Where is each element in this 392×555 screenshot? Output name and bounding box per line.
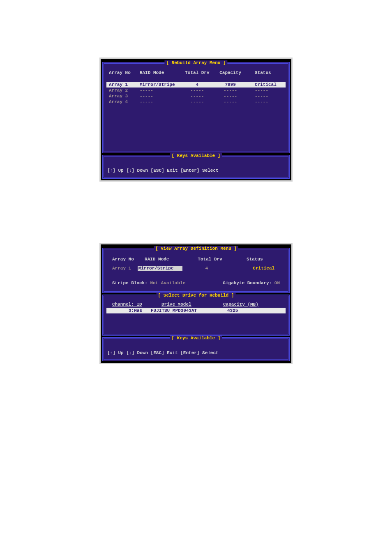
cell-arrayno: Array 2 bbox=[109, 88, 140, 93]
cell-arrayno: Array 1 bbox=[112, 266, 138, 271]
keys-panel: [ Keys Available ] [↑] Up [↓] Down [ESC]… bbox=[102, 155, 290, 179]
keys-line: [↑] Up [↓] Down [ESC] Exit [Enter] Selec… bbox=[107, 168, 285, 173]
panel-title: [ Rebuild Array Menu ] bbox=[164, 60, 227, 65]
header-totaldrv: Total Drv bbox=[188, 257, 232, 262]
gb-boundary-value: ON bbox=[274, 281, 280, 286]
cell-totaldrv: ----- bbox=[180, 94, 214, 99]
cell-capacity: ----- bbox=[214, 99, 247, 104]
cell-totaldrv: ----- bbox=[180, 88, 214, 93]
header-capacity: Capacity (MB) bbox=[223, 302, 272, 307]
keys-line: [↑] Up [↓] Down [ESC] Exit [Enter] Selec… bbox=[107, 350, 285, 355]
cell-raid: ----- bbox=[140, 88, 180, 93]
cell-capacity: ----- bbox=[214, 94, 247, 99]
cell-raid: ----- bbox=[140, 99, 180, 104]
cell-arrayno: Array 1 bbox=[109, 82, 140, 87]
header-raid: RAID Mode bbox=[145, 257, 188, 262]
header-model: Drive Model bbox=[161, 302, 223, 307]
array-row-3[interactable]: Array 3 ----- ----- ----- ----- bbox=[106, 93, 286, 99]
panel-title: [ View Array Definition Menu ] bbox=[154, 246, 238, 251]
stripe-label: Stripe Block: bbox=[112, 281, 148, 286]
info-header: Array No RAID Mode Total Drv Status bbox=[106, 251, 286, 264]
drive-row[interactable]: 3:Mas FUJITSU MPD3043AT 4325 bbox=[106, 308, 286, 313]
cell-raid: Mirror/Stripe bbox=[138, 266, 182, 271]
cell-arrayno: Array 3 bbox=[109, 94, 140, 99]
select-drive-panel: [ Select Drive for Rebuild ] Channel: ID… bbox=[102, 295, 290, 336]
panel-subtitle: [ Select Drive for Rebuild ] bbox=[157, 293, 236, 298]
header-status: Status bbox=[247, 70, 283, 75]
cell-model: FUJITSU MPD3043AT bbox=[151, 308, 227, 313]
gb-boundary-label: Gigabyte Boundary: bbox=[223, 281, 272, 286]
cell-status: ----- bbox=[247, 94, 283, 99]
table-spacer bbox=[106, 105, 286, 150]
keys-panel: [ Keys Available ] [↑] Up [↓] Down [ESC]… bbox=[102, 337, 290, 361]
view-array-definition-screen: [ View Array Definition Menu ] Array No … bbox=[99, 243, 293, 364]
header-capacity: Capacity bbox=[214, 70, 247, 75]
rebuild-array-panel: [ Rebuild Array Menu ] Array No RAID Mod… bbox=[102, 62, 290, 153]
cell-status: Critical bbox=[247, 82, 283, 87]
cell-totaldrv: ----- bbox=[180, 99, 214, 104]
cell-totaldrv: 4 bbox=[180, 82, 214, 87]
header-status: Status bbox=[232, 257, 280, 262]
header-arrayno: Array No bbox=[109, 70, 140, 75]
cell-totaldrv: 4 bbox=[182, 266, 231, 271]
cell-raid: Mirror/Stripe bbox=[140, 82, 180, 87]
cell-status: Critical bbox=[231, 266, 280, 271]
array-row-1[interactable]: Array 1 Mirror/Stripe 4 7999 Critical bbox=[106, 82, 286, 88]
drive-header: Channel: ID Drive Model Capacity (MB) bbox=[106, 298, 286, 308]
array-row-2[interactable]: Array 2 ----- ----- ----- ----- bbox=[106, 88, 286, 93]
cell-capacity: 7999 bbox=[214, 82, 247, 87]
keys-title: [ Keys Available ] bbox=[170, 153, 222, 158]
cell-status: ----- bbox=[247, 88, 283, 93]
header-channel: Channel: ID bbox=[112, 302, 161, 307]
keys-title: [ Keys Available ] bbox=[170, 336, 222, 341]
cell-raid: ----- bbox=[140, 94, 180, 99]
header-totaldrv: Total Drv bbox=[180, 70, 214, 75]
array-info-row[interactable]: Array 1 Mirror/Stripe 4 Critical bbox=[106, 264, 286, 279]
header-raid: RAID Mode bbox=[140, 70, 180, 75]
array-row-4[interactable]: Array 4 ----- ----- ----- ----- bbox=[106, 99, 286, 105]
header-arrayno: Array No bbox=[112, 257, 145, 262]
cell-capacity: ----- bbox=[214, 88, 247, 93]
cell-arrayno: Array 4 bbox=[109, 99, 140, 104]
cell-status: ----- bbox=[247, 99, 283, 104]
stripe-value: Not Available bbox=[150, 281, 185, 286]
table-header: Array No RAID Mode Total Drv Capacity St… bbox=[106, 65, 286, 82]
cell-channel: 3:Mas bbox=[129, 308, 151, 313]
cell-capacity: 4325 bbox=[227, 308, 260, 313]
stripe-info: Stripe Block: Not Available Gigabyte Bou… bbox=[106, 279, 286, 290]
view-array-panel: [ View Array Definition Menu ] Array No … bbox=[102, 248, 290, 293]
rebuild-array-screen: [ Rebuild Array Menu ] Array No RAID Mod… bbox=[99, 58, 293, 182]
